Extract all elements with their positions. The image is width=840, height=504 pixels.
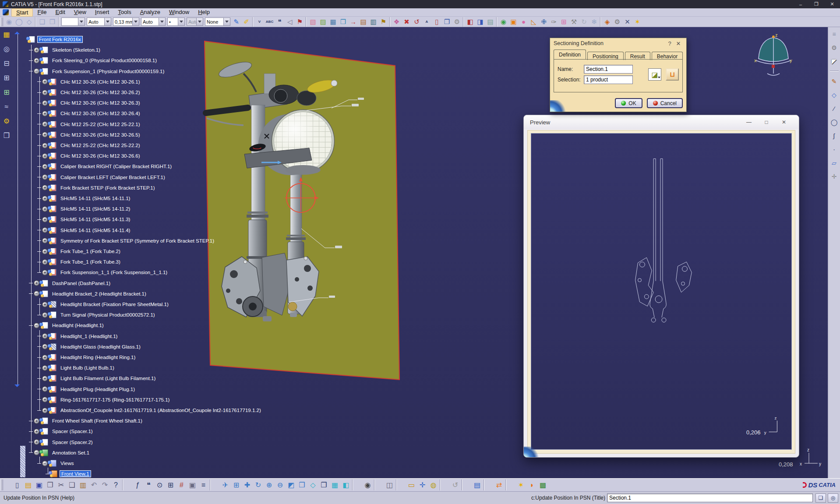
tree-expander[interactable]: +	[42, 344, 48, 349]
pan-icon[interactable]: ✚	[242, 479, 253, 490]
help-icon[interactable]: ?	[665, 40, 674, 47]
tree-expander[interactable]: +	[42, 90, 48, 95]
tree-expander[interactable]: −	[34, 323, 39, 328]
tree-item-label[interactable]: Spacer (Spacer.2)	[51, 439, 94, 445]
tree-item[interactable]: + Light Bulb (Light Bulb.1)	[25, 363, 116, 373]
tree-item[interactable]: Front Fork R2016x	[25, 34, 82, 45]
plane-icon[interactable]: ▱	[829, 158, 839, 168]
print-icon[interactable]: ❐	[45, 479, 56, 490]
tree-expander[interactable]: +	[42, 238, 48, 243]
tree-item-label[interactable]: Annotation Set.1	[51, 450, 91, 456]
distance-band-icon[interactable]: ●	[519, 17, 529, 27]
formula-icon[interactable]: ƒ	[132, 479, 143, 490]
preview-maximize-button[interactable]: □	[758, 115, 775, 129]
combo-arrow-icon[interactable]	[159, 18, 165, 25]
anchor-constraint-icon[interactable]: ✙	[539, 17, 549, 27]
preview-canvas[interactable]: 0,206 y z	[531, 133, 792, 450]
tree-item-label[interactable]: Headlight Bracket (Fixation Phare SheetM…	[59, 301, 170, 307]
tree-item[interactable]: − Headlight (Headlight.1)	[25, 320, 105, 331]
fit-all-in-icon[interactable]: ⊞	[231, 479, 242, 490]
tree-structure-2-icon[interactable]: ⊞	[2, 73, 12, 83]
freestyle-curve-icon[interactable]: ◉	[4, 17, 14, 27]
tree-expander[interactable]: +	[42, 365, 48, 371]
tree-item[interactable]: + Fork Bracket STEP (Fork Bracket STEP.1…	[25, 183, 156, 193]
combo-arrow-icon[interactable]	[223, 18, 230, 25]
cut-icon[interactable]: ✂	[56, 479, 67, 490]
whats-this-icon[interactable]: ?	[110, 479, 121, 490]
tree-scroll-down-icon[interactable]	[14, 384, 20, 390]
rules-list-icon[interactable]: ≡	[198, 479, 209, 490]
point-icon[interactable]: ·	[829, 144, 839, 154]
view-annotation-plane-icon[interactable]: ❑	[37, 17, 47, 27]
spell-v-check-icon[interactable]: V	[254, 17, 265, 27]
tree-expander[interactable]: −	[34, 450, 39, 455]
section-plane-button[interactable]: ◪	[648, 68, 661, 81]
tree-item[interactable]: + CHc M12 30-26 (CHc M12 30-26.6)	[25, 151, 141, 161]
tree-item-label[interactable]: AbstractionOf_Coupole Int2-1617617719.1 …	[59, 407, 262, 413]
tree-item-label[interactable]: Views	[59, 460, 75, 466]
status-panel-button[interactable]: ❏	[815, 493, 826, 503]
combo-arrow-icon[interactable]	[78, 18, 85, 25]
line-thickness-combo[interactable]: 0,13 mm	[113, 18, 139, 26]
tree-item-label[interactable]: Headlight (Headlight.1)	[51, 322, 105, 328]
horn-icon[interactable]: ◁	[285, 17, 295, 27]
tree-item[interactable]: + AbstractionOf_Coupole Int2-1617617719.…	[25, 405, 262, 416]
tree-item[interactable]: + Ring-1617617717-175 (Ring-1617617717-1…	[25, 395, 171, 405]
toolbar-handle[interactable]: ≡	[829, 29, 839, 39]
menu-tools[interactable]: Tools	[113, 8, 135, 17]
tree-expander[interactable]: +	[42, 111, 48, 116]
select-cursor-icon[interactable]: ◤	[829, 56, 839, 66]
tree-expander[interactable]: +	[34, 58, 39, 63]
combo-arrow-icon[interactable]	[196, 18, 203, 25]
line-color-combo[interactable]: Auto	[87, 18, 111, 26]
tree-item[interactable]: + Headlight Plug (Headlight Plug.1)	[25, 384, 136, 395]
new-component-icon[interactable]: ▧	[308, 17, 318, 27]
mechanical-tools-icon[interactable]: ⚒	[569, 17, 579, 27]
save-icon[interactable]: ▣	[34, 479, 45, 490]
tree-item[interactable]: − Views	[25, 458, 75, 469]
render-tools-icon[interactable]: ✶	[515, 479, 526, 490]
tree-expander[interactable]: +	[42, 79, 48, 85]
combo-arrow-icon[interactable]	[178, 18, 184, 25]
status-input[interactable]	[607, 493, 813, 502]
tree-expander[interactable]: +	[34, 47, 39, 53]
rgb-cube-icon[interactable]: ▩	[537, 479, 548, 490]
name-field[interactable]	[584, 65, 633, 74]
tree-expander[interactable]: +	[42, 270, 48, 275]
hide-show-icon[interactable]: ❐	[318, 479, 329, 490]
tree-expander[interactable]: +	[42, 302, 48, 307]
tree-item-label[interactable]: CHc M12 30-26 (CHc M12 30-26.2)	[59, 89, 141, 95]
component-tools-icon[interactable]: ▥	[368, 17, 378, 27]
selective-load-icon[interactable]: ❐	[442, 17, 452, 27]
tree-scrollbar[interactable]	[18, 34, 18, 384]
tree-item[interactable]: + Symmetry of Fork Bracket STEP (Symmetr…	[25, 236, 215, 246]
sectioning-arrows-icon[interactable]: ⇄	[494, 479, 505, 490]
tree-item[interactable]: − Annotation Set.1	[25, 448, 91, 458]
clash-icon[interactable]: ◉	[498, 17, 508, 27]
tree-item[interactable]: + Headlight Ring (Headlight Ring.1)	[25, 352, 137, 363]
multi-view-icon[interactable]: ❒	[296, 479, 307, 490]
circle-tool-icon[interactable]: ◯	[14, 17, 24, 27]
menu-insert[interactable]: Insert	[91, 8, 114, 17]
fly-mode-icon[interactable]: ✈	[220, 479, 231, 490]
delete-component-icon[interactable]: ✖	[402, 17, 412, 27]
tree-expander[interactable]: −	[34, 68, 39, 74]
tree-item[interactable]: + CHc M12 30-26 (CHc M12 30-26.3)	[25, 98, 141, 108]
tree-structure-icon[interactable]: ⊟	[2, 58, 12, 68]
line-type-combo[interactable]: Auto	[141, 18, 166, 26]
menu-edit[interactable]: Edit	[51, 8, 69, 17]
tree-expander[interactable]: +	[42, 132, 48, 137]
zoom-out-icon[interactable]: ⊖	[275, 479, 286, 490]
preview-title-bar[interactable]: Preview — □ ✕	[524, 115, 799, 129]
tree-expander[interactable]: +	[34, 280, 39, 286]
tree-item[interactable]: + Front Wheel Shaft (Front Wheel Shaft.1…	[25, 416, 144, 426]
relations-icon[interactable]: ≈	[2, 102, 12, 112]
tree-expander[interactable]: +	[42, 206, 48, 212]
tree-item[interactable]: + Caliper Bracket RIGHT (Caliper Bracket…	[25, 161, 173, 172]
tree-item-label[interactable]: Skeleton (Skeleton.1)	[51, 47, 102, 53]
tree-expander[interactable]: −	[42, 461, 48, 466]
sectioning-icon[interactable]: ▣	[508, 17, 519, 27]
volume-cut-button[interactable]: ⊔	[666, 68, 679, 81]
tree-item[interactable]: + SHcM5 14-11 (SHcM5 14-11.1)	[25, 193, 131, 204]
new-cgr-icon[interactable]: ❒	[338, 17, 348, 27]
